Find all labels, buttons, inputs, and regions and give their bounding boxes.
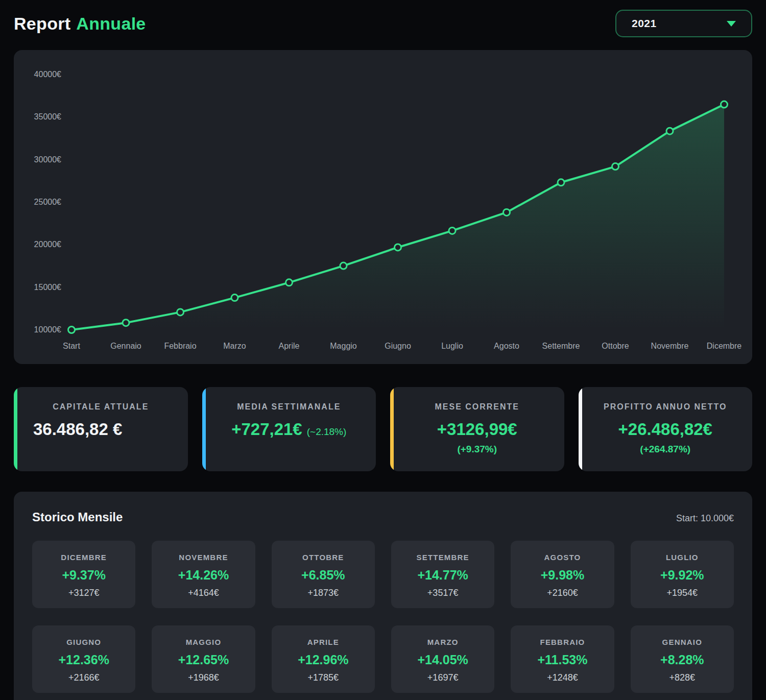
- year-selector[interactable]: 2021: [615, 10, 752, 37]
- svg-text:Novembre: Novembre: [651, 342, 689, 350]
- stat-card-media-settimanale: MEDIA SETTIMANALE +727,21€(~2.18%): [202, 387, 376, 471]
- stat-label: CAPITALE ATTUALE: [23, 402, 179, 412]
- month-name: APRILE: [276, 638, 371, 646]
- accent-bar: [14, 387, 17, 471]
- month-percent: +9.92%: [635, 568, 730, 583]
- svg-text:35000€: 35000€: [34, 112, 61, 121]
- history-card: Storico Mensile Start: 10.000€ DICEMBRE …: [14, 492, 752, 700]
- svg-text:25000€: 25000€: [34, 198, 61, 206]
- month-name: GENNAIO: [635, 638, 730, 646]
- chevron-down-icon: [727, 21, 736, 27]
- month-amount: +2160€: [515, 588, 610, 598]
- month-name: DICEMBRE: [36, 553, 131, 562]
- svg-text:Gennaio: Gennaio: [110, 342, 141, 350]
- month-amount: +1968€: [156, 672, 251, 683]
- svg-text:Marzo: Marzo: [223, 342, 246, 350]
- svg-text:Maggio: Maggio: [330, 342, 357, 350]
- stat-label: MESE CORRENTE: [399, 402, 555, 412]
- stat-sub: (+264.87%): [588, 444, 744, 455]
- month-name: FEBBRAIO: [515, 638, 610, 646]
- stat-value: +3126,99€: [399, 420, 555, 439]
- month-tile: SETTEMBRE +14.77% +3517€: [391, 541, 494, 608]
- page-title: Report Annuale: [14, 14, 146, 34]
- month-percent: +12.36%: [36, 653, 131, 667]
- svg-text:Agosto: Agosto: [494, 342, 519, 350]
- title-main: Report: [14, 14, 70, 34]
- svg-text:Febbraio: Febbraio: [164, 342, 196, 350]
- month-name: OTTOBRE: [276, 553, 371, 562]
- month-name: MARZO: [395, 638, 490, 646]
- capital-line-chart: 10000€15000€20000€25000€30000€35000€4000…: [14, 50, 752, 364]
- monthly-grid: DICEMBRE +9.37% +3127€ NOVEMBRE +14.26% …: [32, 541, 734, 693]
- stat-card-profitto-annuo: PROFITTO ANNUO NETTO +26.486,82€ (+264.8…: [579, 387, 753, 471]
- month-tile: GIUGNO +12.36% +2166€: [32, 625, 135, 693]
- month-percent: +6.85%: [276, 568, 371, 583]
- svg-text:Settembre: Settembre: [542, 342, 580, 350]
- month-name: SETTEMBRE: [395, 553, 490, 562]
- stat-label: PROFITTO ANNUO NETTO: [588, 402, 744, 412]
- stats-row: CAPITALE ATTUALE 36.486,82 € MEDIA SETTI…: [14, 387, 752, 471]
- month-name: GIUGNO: [36, 638, 131, 646]
- svg-text:30000€: 30000€: [34, 155, 61, 164]
- month-tile: LUGLIO +9.92% +1954€: [631, 541, 734, 608]
- history-header: Storico Mensile Start: 10.000€: [32, 510, 734, 524]
- month-percent: +14.05%: [395, 653, 490, 667]
- stat-card-mese-corrente: MESE CORRENTE +3126,99€ (+9.37%): [390, 387, 564, 471]
- history-title: Storico Mensile: [32, 510, 123, 524]
- svg-text:15000€: 15000€: [34, 283, 61, 292]
- svg-text:20000€: 20000€: [34, 240, 61, 249]
- month-percent: +9.37%: [36, 568, 131, 583]
- month-percent: +11.53%: [515, 653, 610, 667]
- stat-sub: (~2.18%): [307, 426, 347, 437]
- svg-text:Luglio: Luglio: [441, 342, 463, 350]
- month-percent: +8.28%: [635, 653, 730, 667]
- stat-value: 36.486,82 €: [23, 420, 179, 439]
- stat-label: MEDIA SETTIMANALE: [211, 402, 367, 412]
- stat-value-main: +727,21€: [231, 420, 302, 439]
- month-tile: NOVEMBRE +14.26% +4164€: [152, 541, 255, 608]
- accent-bar: [202, 387, 206, 471]
- accent-bar: [579, 387, 582, 471]
- month-amount: +828€: [635, 672, 730, 683]
- month-amount: +4164€: [156, 588, 251, 598]
- month-name: LUGLIO: [635, 553, 730, 562]
- month-tile: GENNAIO +8.28% +828€: [631, 625, 734, 693]
- month-amount: +3517€: [395, 588, 490, 598]
- svg-text:Ottobre: Ottobre: [602, 342, 629, 350]
- svg-text:Giugno: Giugno: [385, 342, 411, 350]
- month-percent: +14.77%: [395, 568, 490, 583]
- month-amount: +1697€: [395, 672, 490, 683]
- month-name: AGOSTO: [515, 553, 610, 562]
- month-percent: +12.96%: [276, 653, 371, 667]
- capital-chart-card: 10000€15000€20000€25000€30000€35000€4000…: [14, 50, 752, 364]
- month-tile: MARZO +14.05% +1697€: [391, 625, 494, 693]
- stat-sub: (+9.37%): [399, 444, 555, 455]
- month-tile: FEBBRAIO +11.53% +1248€: [511, 625, 614, 693]
- accent-bar: [390, 387, 394, 471]
- title-accent: Annuale: [76, 14, 146, 34]
- month-amount: +3127€: [36, 588, 131, 598]
- month-amount: +1785€: [276, 672, 371, 683]
- svg-text:Dicembre: Dicembre: [707, 342, 742, 350]
- month-tile: APRILE +12.96% +1785€: [272, 625, 375, 693]
- svg-text:Start: Start: [63, 342, 80, 350]
- month-amount: +1954€: [635, 588, 730, 598]
- year-value: 2021: [632, 17, 657, 30]
- month-tile: DICEMBRE +9.37% +3127€: [32, 541, 135, 608]
- stat-card-capitale-attuale: CAPITALE ATTUALE 36.486,82 €: [14, 387, 188, 471]
- svg-text:40000€: 40000€: [34, 70, 61, 79]
- page-header: Report Annuale 2021: [14, 5, 752, 42]
- stat-value: +26.486,82€: [588, 420, 744, 439]
- history-start-label: Start: 10.000€: [676, 513, 734, 524]
- month-percent: +14.26%: [156, 568, 251, 583]
- month-tile: AGOSTO +9.98% +2160€: [511, 541, 614, 608]
- month-percent: +9.98%: [515, 568, 610, 583]
- month-amount: +1873€: [276, 588, 371, 598]
- month-percent: +12.65%: [156, 653, 251, 667]
- month-amount: +1248€: [515, 672, 610, 683]
- month-name: MAGGIO: [156, 638, 251, 646]
- month-amount: +2166€: [36, 672, 131, 683]
- month-name: NOVEMBRE: [156, 553, 251, 562]
- svg-text:10000€: 10000€: [34, 325, 61, 334]
- month-tile: MAGGIO +12.65% +1968€: [152, 625, 255, 693]
